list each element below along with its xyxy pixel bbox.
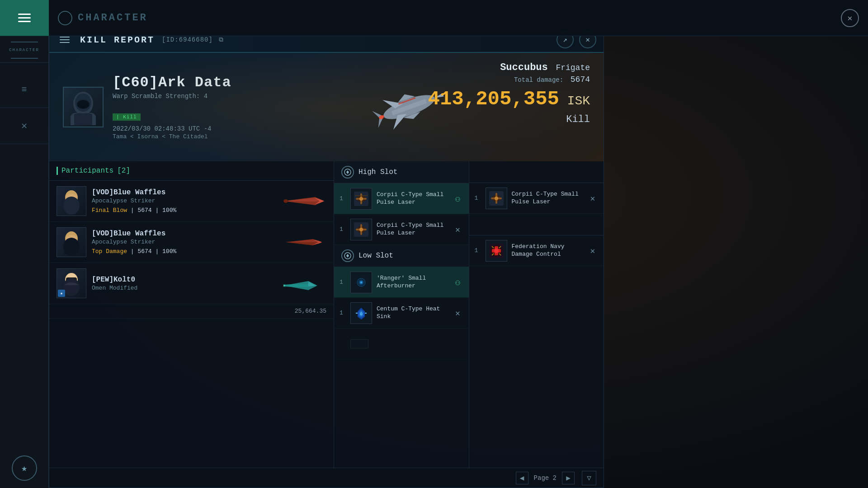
participant-3-avatar: ★ <box>57 268 86 298</box>
module-item[interactable]: 1 <box>334 298 469 328</box>
participant-1-name: [VOD]Blue Waffles <box>92 188 276 197</box>
module-status: ⚇ <box>453 193 463 204</box>
module-icon <box>350 188 372 210</box>
sidebar: CHARACTER ≡ ✕ ★ <box>0 0 49 488</box>
bottom-amount: 25,664.35 <box>295 308 326 314</box>
participants-label: Participants <box>61 167 113 175</box>
sidebar-menu-button[interactable] <box>0 0 49 36</box>
kill-type: Kill <box>428 114 590 125</box>
app-close-button[interactable]: ✕ <box>841 9 859 27</box>
participants-section-title: Participants [2] <box>49 161 334 181</box>
prev-page-icon: ◀ <box>520 474 524 483</box>
high-slot-header: High Slot <box>334 161 469 183</box>
victim-avatar <box>63 87 104 127</box>
filter-icon: ▽ <box>587 474 591 483</box>
module-qty: 1 <box>340 310 346 316</box>
isk-value: 413,205,355 <box>428 88 559 110</box>
copy-icon[interactable]: ⧉ <box>219 36 224 43</box>
low-slot-right-header <box>469 214 604 235</box>
module-status: ⚇ <box>453 277 463 288</box>
sidebar-item-nav[interactable]: ≡ <box>0 72 49 108</box>
high-slot-section: High Slot 1 <box>334 161 469 245</box>
top-bar-circle-icon <box>58 11 72 25</box>
participant-1-stat-val: | 5674 | 100% <box>131 207 176 214</box>
high-slot-label: High Slot <box>359 168 397 176</box>
low-slot-right-section: 1 <box>469 214 604 266</box>
sidebar-item-star[interactable]: ★ <box>12 455 37 481</box>
high-slot-right-section: 1 Corpii C-Type Small Pulse Laser <box>469 161 604 214</box>
module-item[interactable]: 1 <box>334 267 469 298</box>
module-name: Federation Navy Damage Control <box>512 243 583 258</box>
fitting-panel: High Slot 1 <box>334 161 604 488</box>
participant-2-name: [VOD]Blue Waffles <box>92 230 276 238</box>
kill-report-panel: KILL REPORT [ID:6946680] ⧉ ↗ ✕ <box>49 27 604 488</box>
svg-point-3 <box>78 101 89 108</box>
status-x-icon: ✕ <box>590 246 595 256</box>
sidebar-item-close[interactable]: ✕ <box>0 108 49 144</box>
module-name: Centum C-Type Heat Sink <box>377 305 448 321</box>
status-x-icon: ✕ <box>590 193 595 203</box>
module-icon <box>350 339 368 348</box>
total-damage-label: Total damage: <box>514 76 563 84</box>
module-icon <box>486 240 507 262</box>
module-name: 'Ranger' Small Afterburner <box>377 275 448 290</box>
sidebar-item-character[interactable]: CHARACTER <box>0 36 49 63</box>
status-person-icon: ⚇ <box>455 194 460 204</box>
total-damage-val: 5674 <box>571 75 590 84</box>
low-slot-header: Low Slot <box>334 245 469 267</box>
module-item[interactable]: 1 Corpii C-Type Small Pulse Laser <box>334 214 469 245</box>
participants-panel: Participants [2] <box>49 161 334 488</box>
page-navigation: ◀ Page 2 ▶ <box>516 472 575 484</box>
svg-rect-27 <box>355 195 368 196</box>
participant-2-stat-val: | 5674 | 100% <box>131 248 176 255</box>
svg-point-55 <box>494 249 499 253</box>
status-x-icon: ✕ <box>455 225 460 235</box>
module-status: ✕ <box>453 308 463 319</box>
svg-rect-15 <box>64 245 79 254</box>
module-item[interactable]: 1 <box>469 235 604 266</box>
isk-label: ISK <box>567 94 590 108</box>
module-item[interactable]: 1 Corpii C-Ty <box>334 183 469 214</box>
module-status: ✕ <box>453 224 463 235</box>
low-slot-label: Low Slot <box>359 252 393 260</box>
status-person-icon: ⚇ <box>455 277 460 287</box>
svg-point-32 <box>359 228 363 231</box>
participants-list: [VOD]Blue Waffles Apocalypse Striker Fin… <box>49 181 334 488</box>
module-name: Corpii C-Type Small Pulse Laser <box>377 191 448 206</box>
module-icon <box>350 272 372 293</box>
participant-3-star-badge: ★ <box>58 290 65 297</box>
module-qty: 1 <box>340 195 346 202</box>
prev-page-button[interactable]: ◀ <box>516 472 528 484</box>
participant-2-weapon <box>281 235 326 250</box>
participant-2-avatar <box>57 227 86 257</box>
high-slot-right-header <box>469 161 604 183</box>
module-qty: 1 <box>475 247 481 254</box>
fitting-right-column: 1 Corpii C-Type Small Pulse Laser <box>469 161 604 488</box>
participant-3-ship: Omen Modified <box>92 285 276 291</box>
hamburger-icon <box>18 14 31 22</box>
isk-info: Succubus Frigate Total damage: 5674 413,… <box>428 62 590 125</box>
module-qty: 1 <box>340 226 346 233</box>
page-label: Page 2 <box>534 474 557 482</box>
svg-point-11 <box>283 199 288 203</box>
participant-1-ship: Apocalypse Striker <box>92 197 276 204</box>
module-name: Corpii C-Type Small Pulse Laser <box>377 222 448 237</box>
top-bar-title-text: CHARACTER <box>78 12 148 23</box>
svg-rect-20 <box>283 284 308 287</box>
module-icon <box>350 219 372 240</box>
content-area: Participants [2] <box>49 161 604 488</box>
kill-info-section: [C60]Ark Data Warp Scramble Strength: 4 … <box>49 53 604 161</box>
participant-2-stats: Top Damage | 5674 | 100% <box>92 248 276 255</box>
fitting-left-column: High Slot 1 <box>334 161 469 488</box>
module-item[interactable] <box>334 328 469 359</box>
filter-button[interactable]: ▽ <box>582 471 596 485</box>
participant-item: [VOD]Blue Waffles Apocalypse Striker Top… <box>49 222 334 263</box>
high-slot-icon <box>341 166 354 178</box>
next-page-button[interactable]: ▶ <box>562 472 575 484</box>
participant-2-info: [VOD]Blue Waffles Apocalypse Striker Top… <box>92 230 276 255</box>
svg-point-50 <box>495 197 498 200</box>
module-item[interactable]: 1 Corpii C-Type Small Pulse Laser <box>469 183 604 214</box>
participant-1-stat-label: Final Blow <box>92 207 127 214</box>
participants-count: [2] <box>117 167 130 175</box>
module-icon <box>350 302 372 324</box>
